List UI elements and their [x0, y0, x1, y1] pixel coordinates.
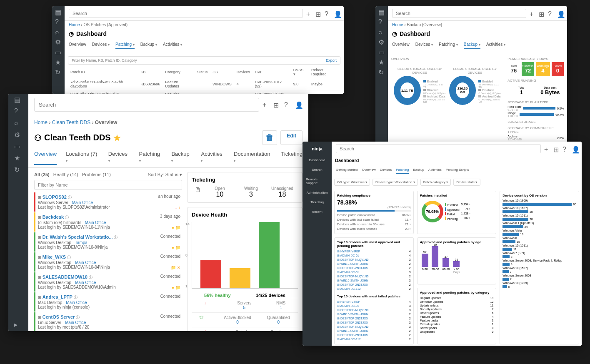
device-link-row[interactable]: ⊞ DESKTOP-NLQV1N02 — [337, 274, 411, 279]
tab-patching[interactable]: Patching ▾ — [115, 40, 135, 49]
device-row[interactable]: ⊞ Backdesk ⓘ (custom role) billboards - … — [34, 212, 182, 232]
filter-os[interactable]: OS type: Windows ▾ — [334, 179, 370, 186]
device-row[interactable]: ⊞ Mike_WKS ⓘ Windows Desktop - Main Offi… — [34, 252, 182, 272]
history-icon[interactable]: ↻ — [55, 68, 62, 75]
tab-backup[interactable]: Backup — [413, 166, 424, 174]
nav-search[interactable]: Search — [308, 167, 325, 173]
ticket-open[interactable]: Open10 — [204, 186, 235, 198]
col-cve[interactable]: CVE — [252, 66, 291, 78]
tab-activities[interactable]: Activities — [428, 166, 442, 174]
add-icon[interactable]: + — [544, 146, 550, 152]
search-input[interactable] — [392, 9, 526, 18]
col-status[interactable]: Status — [195, 66, 210, 78]
filter-healthy[interactable]: Healthy (14) — [53, 172, 78, 177]
expand-icon[interactable]: ▸ — [14, 321, 22, 329]
help-icon[interactable]: ? — [325, 10, 330, 16]
compliance-row[interactable]: Device patch enablement86% › — [337, 213, 411, 217]
device-filter-input[interactable] — [34, 180, 182, 190]
edit-button[interactable]: Edit — [280, 130, 302, 145]
tab-documentation[interactable]: Documentation ▾ — [234, 149, 272, 165]
col-devices[interactable]: Devices — [234, 66, 252, 78]
user-icon[interactable]: 👤 — [334, 10, 340, 16]
logo-icon[interactable]: ▤ — [14, 96, 22, 104]
filter-devstate[interactable]: Device state ▾ — [453, 179, 480, 186]
col-kb[interactable]: KB — [138, 66, 162, 78]
device-link-row[interactable]: ⊞ ADMIN-DC-1122 — [337, 287, 411, 291]
tab-getting-started[interactable]: Getting started — [336, 166, 358, 174]
help-icon[interactable]: ? — [548, 10, 554, 16]
user-icon[interactable]: 👤 — [295, 101, 302, 109]
user-icon[interactable]: 👤 — [572, 146, 578, 152]
doc-icon[interactable]: ▭ — [14, 142, 22, 151]
tab-locations[interactable]: Locations (7) ▾ — [66, 149, 99, 165]
tab-devices[interactable]: Devices ▾ — [108, 149, 130, 165]
nav-dashboard[interactable]: Dashboard — [305, 157, 328, 163]
device-link-row[interactable]: ⊞ ADMIN-DC-013 — [337, 304, 411, 308]
device-link-row[interactable]: ⊞ DESKTOP-NLQV1N03 — [337, 325, 411, 329]
search-input[interactable] — [69, 9, 303, 18]
device-link-row[interactable]: ⊞ DESKTOP-2N3TJO52 — [337, 266, 411, 270]
table-row[interactable]: 932c2df3-44b9-4478-b27d-41 e51b11ab5bKB5… — [68, 90, 340, 94]
history-icon[interactable]: ↻ — [14, 166, 22, 174]
filter-all[interactable]: All (25) — [34, 172, 50, 177]
compliance-row[interactable]: Devices with last scan failed11 › — [337, 217, 411, 222]
device-link-row[interactable]: ⊞ ADMIN-DC-014 — [337, 254, 411, 258]
tab-overview[interactable]: Overview — [69, 40, 86, 49]
tab-devices[interactable]: Devices ▾ — [92, 40, 110, 49]
breadcrumb-home[interactable]: Home — [34, 120, 48, 125]
tab-scripts[interactable]: Pending Scripts — [446, 166, 469, 174]
tab-patching[interactable]: Patching — [396, 166, 409, 174]
tab-patching[interactable]: Patching ▾ — [439, 40, 458, 49]
device-link-row[interactable]: ⊞ DESKTOP-NLQV1N03 — [337, 258, 411, 262]
breadcrumb-home[interactable]: Home — [69, 22, 80, 27]
help-icon[interactable]: ? — [284, 101, 292, 109]
help-icon[interactable]: ? — [14, 107, 22, 116]
device-link-row[interactable]: ⊞ WIN10-SMITH-JOHN2 — [337, 329, 411, 333]
filter-patchcat[interactable]: Patch category ▾ — [420, 179, 451, 186]
doc-icon[interactable]: ▭ — [378, 48, 385, 55]
tab-backup[interactable]: Backup ▾ — [464, 40, 480, 49]
search-icon[interactable]: ⌕ — [378, 28, 385, 35]
device-link-row[interactable]: ⊞ ADMIN-DC-1122 — [337, 337, 411, 342]
search-input[interactable] — [34, 98, 259, 112]
breadcrumb-home[interactable]: Home — [392, 22, 403, 27]
sort-dropdown[interactable]: Status — [165, 172, 178, 177]
device-link-row[interactable]: ⊞ WIN10-SMITH-JOHN3 — [337, 279, 411, 283]
breadcrumb-org[interactable]: Clean Teeth DDS — [52, 120, 91, 125]
device-link-row[interactable]: ⊞ DESKTOP-2N3TJO52 — [337, 317, 411, 321]
compliance-row[interactable]: Devices with no scan in 30 days21 › — [337, 222, 411, 227]
col-cvss[interactable]: CVSS ▾ — [291, 66, 309, 78]
tab-activities[interactable]: Activities ▾ — [163, 40, 182, 49]
tab-overview[interactable]: Overview — [392, 40, 410, 49]
device-row[interactable]: ⊞ SALESADDEMOW10 ⓘ Windows Desktop - Mai… — [34, 272, 182, 292]
compliance-row[interactable]: Devices with failed patches23 › — [337, 227, 411, 231]
help-icon[interactable]: ? — [55, 18, 62, 25]
user-icon[interactable]: 👤 — [557, 10, 563, 16]
col-reboot[interactable]: Reboot Required — [309, 66, 340, 78]
device-link-row[interactable]: ⊞ DESKTOP-2N3TJO52 — [337, 333, 411, 337]
device-link-row[interactable]: ⊞ WIN10-SMITH-JOHN2 — [337, 262, 411, 266]
device-link-row[interactable]: ⊞ ADMIN-DC-013 — [337, 270, 411, 274]
tab-activities[interactable]: Activities ▾ — [486, 40, 505, 49]
tab-patching[interactable]: Patching ▾ — [139, 149, 162, 165]
device-link-row[interactable]: ⊞ DESKTOP-2N3TJO53 — [337, 321, 411, 325]
apps-icon[interactable]: ⊞ — [553, 146, 559, 152]
doc-icon[interactable]: ▭ — [55, 48, 62, 55]
device-link-row[interactable]: ⊞ DESKTOP-NLQV1N03 — [337, 308, 411, 312]
nav-recent[interactable]: Recent — [308, 209, 325, 215]
star-icon[interactable]: ★ — [378, 58, 385, 65]
filter-problems[interactable]: Problems (11) — [82, 172, 111, 177]
nav-admin[interactable]: Administration — [303, 189, 331, 196]
tab-backup[interactable]: Backup ▾ — [140, 40, 157, 49]
ninja-logo[interactable]: ninja — [308, 144, 326, 154]
device-link-row[interactable]: ⊞ HYPER-V-REP4 — [337, 300, 411, 304]
search-input[interactable] — [336, 144, 541, 153]
delete-button[interactable]: 🗑 — [262, 130, 277, 145]
device-row[interactable]: ⊞ Andrea_LPTP ⓘ Mac Desktop - Main Offic… — [34, 292, 182, 312]
tab-overview[interactable]: Overview — [34, 149, 57, 165]
tab-ticketing[interactable]: Ticketing — [281, 149, 302, 165]
filter-bar[interactable]: Filter by Name, KB, Patch ID, Category E… — [68, 56, 340, 65]
device-row[interactable]: ⊞ SLOPOS02 ⓘ Windows Server - Main Offic… — [34, 192, 182, 212]
apps-icon[interactable]: ⊞ — [273, 101, 281, 109]
favorite-icon[interactable]: ★ — [113, 133, 121, 143]
